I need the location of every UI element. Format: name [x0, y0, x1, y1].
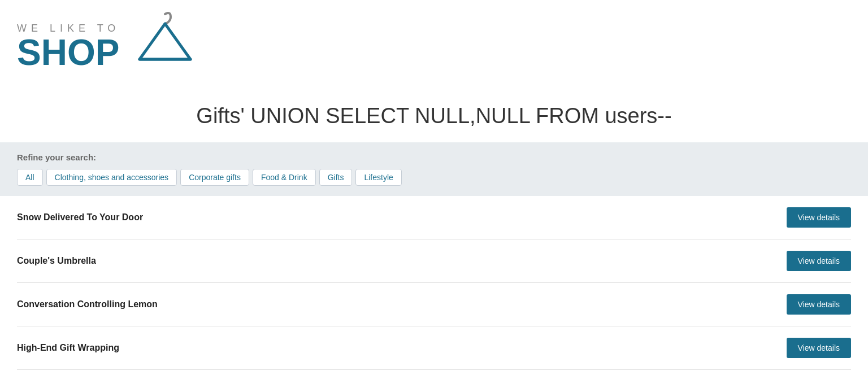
view-details-button-umbrella[interactable]: View details — [787, 251, 851, 271]
product-name-umbrella: Couple's Umbrella — [17, 256, 96, 266]
filter-tag-food[interactable]: Food & Drink — [253, 169, 316, 186]
product-row-snow: Snow Delivered To Your DoorView details — [17, 196, 851, 239]
product-row-umbrella: Couple's UmbrellaView details — [17, 239, 851, 283]
filter-tags: AllClothing, shoes and accessoriesCorpor… — [17, 169, 851, 186]
product-row-wrapping: High-End Gift WrappingView details — [17, 326, 851, 370]
product-name-snow: Snow Delivered To Your Door — [17, 212, 143, 223]
product-name-wrapping: High-End Gift Wrapping — [17, 343, 119, 353]
filter-tag-all[interactable]: All — [17, 169, 43, 186]
logo-shop: SHOP — [17, 34, 120, 71]
filter-tag-lifestyle[interactable]: Lifestyle — [355, 169, 401, 186]
logo: WE LIKE TO SHOP — [17, 23, 120, 71]
view-details-button-snow[interactable]: View details — [787, 207, 851, 228]
product-row-lemon: Conversation Controlling LemonView detai… — [17, 283, 851, 326]
page-title: Gifts' UNION SELECT NULL,NULL FROM users… — [0, 104, 868, 128]
view-details-button-lemon[interactable]: View details — [787, 294, 851, 315]
hanger-icon — [131, 6, 199, 81]
filter-bar: Refine your search: AllClothing, shoes a… — [0, 142, 868, 196]
header: WE LIKE TO SHOP — [0, 0, 868, 87]
view-details-button-wrapping[interactable]: View details — [787, 338, 851, 358]
filter-label: Refine your search: — [17, 152, 851, 162]
products-list: Snow Delivered To Your DoorView detailsC… — [0, 196, 868, 370]
filter-tag-gifts[interactable]: Gifts — [319, 169, 353, 186]
filter-tag-clothing[interactable]: Clothing, shoes and accessories — [46, 169, 177, 186]
product-name-lemon: Conversation Controlling Lemon — [17, 299, 158, 309]
filter-tag-corporate[interactable]: Corporate gifts — [180, 169, 249, 186]
